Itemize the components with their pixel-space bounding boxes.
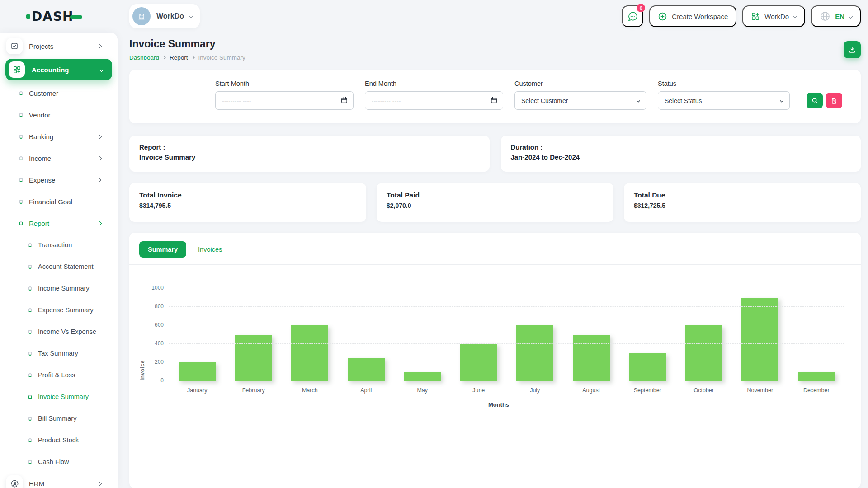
header-actions: 0 Create Workspace WorkDo EN <box>622 5 861 27</box>
bar-slot-november <box>732 298 788 381</box>
workspace-menu-label: WorkDo <box>764 13 789 20</box>
tab-summary[interactable]: Summary <box>139 241 186 258</box>
bullet-icon <box>28 438 32 442</box>
sidebar-item-bill-summary[interactable]: Bill Summary <box>0 408 118 429</box>
sidebar-item-financial-goal[interactable]: Financial Goal <box>0 191 118 212</box>
workspace-avatar <box>132 7 151 25</box>
filter-card: Start Month End Month Custom <box>129 70 861 123</box>
top-bar: WorkDo 0 Create Workspace WorkDo EN <box>129 0 861 33</box>
person-dashed-circle-icon <box>6 475 23 488</box>
report-info-value: Invoice Summary <box>139 153 480 161</box>
sidebar-item-profit-loss[interactable]: Profit & Loss <box>0 364 118 386</box>
chevron-down-icon <box>637 99 640 102</box>
start-month-input[interactable] <box>215 91 354 110</box>
sidebar-item-vendor[interactable]: Vendor <box>0 104 118 126</box>
sidebar-item-cash-flow[interactable]: Cash Flow <box>0 451 118 473</box>
customer-select[interactable]: Select Customer <box>514 91 646 110</box>
download-icon <box>848 46 856 54</box>
sidebar-item-report[interactable]: Report <box>0 212 118 234</box>
plot-area: 02004006008001000 <box>169 286 844 381</box>
sidebar-item-income-summary[interactable]: Income Summary <box>0 277 118 299</box>
bar-april[interactable] <box>348 358 385 381</box>
sidebar-item-customer[interactable]: Customer <box>0 82 118 104</box>
customer-field: Customer Select Customer <box>514 80 646 110</box>
end-month-input[interactable] <box>365 91 503 110</box>
bullet-icon <box>28 373 32 377</box>
reset-filter-button[interactable] <box>826 93 842 108</box>
messages-badge: 0 <box>637 4 645 12</box>
breadcrumb-dashboard[interactable]: Dashboard <box>129 54 159 61</box>
bar-september[interactable] <box>629 353 666 381</box>
sidebar-item-tax-summary[interactable]: Tax Summary <box>0 343 118 364</box>
sidebar-item-label: Expense <box>29 176 55 184</box>
bar-january[interactable] <box>179 362 216 381</box>
sidebar-item-transaction[interactable]: Transaction <box>0 234 118 256</box>
apply-filter-button[interactable] <box>807 93 823 108</box>
breadcrumb-report[interactable]: Report <box>170 54 188 61</box>
chevron-down-icon <box>189 14 193 19</box>
end-month-label: End Month <box>365 80 503 87</box>
bar-july[interactable] <box>516 325 553 381</box>
gridline-1000 <box>169 288 844 288</box>
language-selector[interactable]: EN <box>811 5 861 27</box>
sidebar-item-label: HRM <box>29 480 44 488</box>
breadcrumb-current: Invoice Summary <box>198 54 245 61</box>
total-due-label: Total Due <box>634 191 851 199</box>
brand-logo[interactable]: DASH <box>26 9 82 24</box>
bullet-icon <box>28 286 32 291</box>
x-tick-august: August <box>563 387 620 394</box>
x-tick-february: February <box>226 387 282 394</box>
duration-info-card: Duration : Jan-2024 to Dec-2024 <box>501 136 861 172</box>
x-tick-december: December <box>788 387 845 394</box>
total-paid-card: Total Paid $2,070.0 <box>377 183 613 222</box>
download-button[interactable] <box>844 41 861 58</box>
bar-slot-january <box>169 362 226 381</box>
x-tick-october: October <box>676 387 732 394</box>
bar-november[interactable] <box>741 298 778 381</box>
search-icon <box>811 97 819 104</box>
chevron-down-icon <box>780 99 783 102</box>
create-workspace-label: Create Workspace <box>672 13 728 20</box>
bullet-icon <box>28 330 32 334</box>
accounting-submenu: CustomerVendorBankingIncomeExpenseFinanc… <box>0 82 118 234</box>
logo-area: DASH <box>0 0 118 33</box>
create-workspace-button[interactable]: Create Workspace <box>649 5 736 27</box>
sidebar-item-income[interactable]: Income <box>0 147 118 169</box>
sidebar-item-expense-summary[interactable]: Expense Summary <box>0 299 118 321</box>
sidebar-item-label: Report <box>29 220 49 227</box>
sidebar-item-hrm[interactable]: HRM <box>0 473 118 488</box>
x-axis-title: Months <box>146 401 851 408</box>
gridline-200 <box>169 362 844 362</box>
sidebar-item-account-statement[interactable]: Account Statement <box>0 256 118 277</box>
chevron-down-icon <box>849 14 853 19</box>
bar-may[interactable] <box>404 372 441 381</box>
workspace-menu-button[interactable]: WorkDo <box>742 5 805 27</box>
sidebar-item-income-vs-expense[interactable]: Income Vs Expense <box>0 321 118 343</box>
sidebar-item-expense[interactable]: Expense <box>0 169 118 191</box>
bar-october[interactable] <box>685 325 722 381</box>
gridline-600 <box>169 325 844 325</box>
sidebar-item-projects[interactable]: Projects <box>0 35 118 57</box>
bar-february[interactable] <box>235 335 272 381</box>
bar-march[interactable] <box>291 325 328 381</box>
bar-slot-september <box>619 353 676 381</box>
sidebar-item-label: Accounting <box>32 66 69 74</box>
messages-button[interactable]: 0 <box>622 5 643 27</box>
sidebar-item-banking[interactable]: Banking <box>0 126 118 147</box>
total-paid-label: Total Paid <box>387 191 604 199</box>
chevron-right-icon <box>192 56 195 59</box>
bar-august[interactable] <box>573 335 610 381</box>
bar-december[interactable] <box>798 372 835 381</box>
tab-invoices[interactable]: Invoices <box>198 246 222 253</box>
sidebar-item-label: Transaction <box>38 241 72 249</box>
bar-june[interactable] <box>460 344 497 381</box>
sidebar-item-product-stock[interactable]: Product Stock <box>0 429 118 451</box>
sidebar-item-accounting[interactable]: Accounting <box>5 59 112 80</box>
workspace-switcher[interactable]: WorkDo <box>129 4 200 28</box>
sidebar-item-label: Income Summary <box>38 285 90 292</box>
sidebar-item-invoice-summary[interactable]: Invoice Summary <box>0 386 118 408</box>
bar-slot-may <box>394 372 451 381</box>
status-select[interactable]: Select Status <box>658 91 790 110</box>
invoice-bar-chart: Invoice 02004006008001000 JanuaryFebruar… <box>139 286 851 479</box>
duration-info-value: Jan-2024 to Dec-2024 <box>511 153 851 161</box>
